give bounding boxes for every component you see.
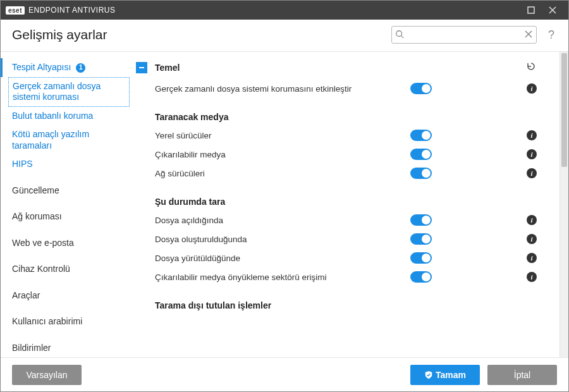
row-label: Dosya oluşturulduğunda xyxy=(155,235,410,244)
sidebar-item-malware-scans[interactable]: Kötü amaçlı yazılım taramaları xyxy=(1,125,133,155)
product-name: ENDPOINT ANTIVIRUS xyxy=(28,6,115,15)
row-scan-on-open: Dosya açıldığında i xyxy=(133,211,543,230)
sidebar-badge: 1 xyxy=(76,63,85,73)
window-close-button[interactable] xyxy=(542,1,563,20)
section-header-basic: Temel xyxy=(133,58,543,79)
toggle-scan-on-open[interactable] xyxy=(410,214,432,226)
window-maximize-button[interactable] xyxy=(520,1,542,20)
shield-icon xyxy=(424,371,433,379)
row-label: Çıkarılabilir medya önyükleme sektörü er… xyxy=(155,273,410,282)
info-icon[interactable]: i xyxy=(527,149,537,159)
sidebar-item-network-protection[interactable]: Ağ koruması xyxy=(1,207,133,226)
toggle-enable-realtime[interactable] xyxy=(410,83,432,94)
row-local-drives: Yerel sürücüler i xyxy=(133,126,543,145)
row-label: Gerçek zamanlı dosya sistemi korumasını … xyxy=(155,84,410,94)
row-scan-on-exec: Dosya yürütüldüğünde i xyxy=(133,248,543,267)
scrollbar[interactable] xyxy=(560,52,568,357)
info-icon[interactable]: i xyxy=(527,168,537,178)
svg-rect-0 xyxy=(528,7,534,13)
group-title-excluded-processes: Tarama dışı tutulan işlemler xyxy=(133,286,543,314)
sidebar-item-label: HIPS xyxy=(12,159,33,169)
sidebar-item-label: Gerçek zamanlı dosya sistemi koruması xyxy=(13,81,101,102)
sidebar-item-device-control[interactable]: Cihaz Kontrolü xyxy=(1,260,133,279)
sidebar-item-realtime-protection[interactable]: Gerçek zamanlı dosya sistemi koruması xyxy=(8,77,130,107)
sidebar-item-ui[interactable]: Kullanıcı arabirimi xyxy=(1,312,133,331)
row-removable-media: Çıkarılabilir medya i xyxy=(133,145,543,164)
sidebar-item-label: Web ve e-posta xyxy=(12,238,74,248)
page-header: Gelişmiş ayarlar ? xyxy=(1,20,568,52)
collapse-toggle[interactable] xyxy=(136,62,147,73)
page-title: Gelişmiş ayarlar xyxy=(12,27,107,42)
group-title-media: Taranacak medya xyxy=(133,98,543,126)
scrollbar-thumb[interactable] xyxy=(561,53,567,167)
revert-button[interactable] xyxy=(525,61,537,74)
titlebar: eset ENDPOINT ANTIVIRUS xyxy=(1,1,568,20)
brand-badge: eset xyxy=(6,6,25,15)
row-label: Yerel sürücüler xyxy=(155,131,410,140)
row-label: Ağ sürücüleri xyxy=(155,169,410,178)
section-title: Temel xyxy=(155,63,525,73)
footer: Varsayılan Tamam İptal xyxy=(1,357,568,391)
sidebar-item-cloud-protection[interactable]: Bulut tabanlı koruma xyxy=(1,107,133,126)
info-icon[interactable]: i xyxy=(527,130,537,140)
button-label: Varsayılan xyxy=(26,370,67,380)
sidebar: Tespit Altyapısı 1 Gerçek zamanlı dosya … xyxy=(1,52,133,357)
button-label: Tamam xyxy=(436,370,466,380)
row-label: Çıkarılabilir medya xyxy=(155,150,410,159)
sidebar-item-label: Cihaz Kontrolü xyxy=(12,264,70,274)
sidebar-item-label: Kötü amaçlı yazılım taramaları xyxy=(12,129,89,150)
group-title-scan-on: Şu durumda tara xyxy=(133,183,543,211)
sidebar-item-label: Bildirimler xyxy=(12,343,51,353)
row-network-drives: Ağ sürücüleri i xyxy=(133,164,543,183)
sidebar-item-hips[interactable]: HIPS xyxy=(1,155,133,174)
svg-point-1 xyxy=(396,31,402,37)
clear-search-icon[interactable] xyxy=(524,30,533,39)
defaults-button[interactable]: Varsayılan xyxy=(12,365,82,385)
info-icon[interactable]: i xyxy=(527,253,537,263)
search-field-wrap xyxy=(391,26,537,44)
sidebar-item-detection-engine[interactable]: Tespit Altyapısı 1 xyxy=(1,58,133,77)
button-label: İptal xyxy=(514,370,530,380)
ok-button[interactable]: Tamam xyxy=(410,365,480,385)
sidebar-item-web-email[interactable]: Web ve e-posta xyxy=(1,234,133,253)
info-icon[interactable]: i xyxy=(527,215,537,225)
sidebar-item-update[interactable]: Güncelleme xyxy=(1,181,133,200)
sidebar-item-label: Tespit Altyapısı xyxy=(12,62,71,72)
info-icon[interactable]: i xyxy=(527,83,537,94)
body: Tespit Altyapısı 1 Gerçek zamanlı dosya … xyxy=(1,52,568,357)
sidebar-item-tools[interactable]: Araçlar xyxy=(1,286,133,305)
cancel-button[interactable]: İptal xyxy=(487,365,557,385)
content-wrap: Temel Gerçek zamanlı dosya sistemi korum… xyxy=(133,52,568,357)
sidebar-item-label: Kullanıcı arabirimi xyxy=(12,316,82,326)
undo-icon xyxy=(525,61,537,72)
sidebar-item-notifications[interactable]: Bildirimler xyxy=(1,339,133,358)
row-scan-bootsector: Çıkarılabilir medya önyükleme sektörü er… xyxy=(133,267,543,286)
content-pane: Temel Gerçek zamanlı dosya sistemi korum… xyxy=(133,52,560,357)
square-icon xyxy=(527,6,535,14)
sidebar-item-label: Araçlar xyxy=(12,290,40,300)
toggle-removable-media[interactable] xyxy=(410,149,432,160)
toggle-local-drives[interactable] xyxy=(410,130,432,141)
minus-icon xyxy=(138,64,145,71)
search-icon xyxy=(395,30,404,39)
app-window: eset ENDPOINT ANTIVIRUS Gelişmiş ayarlar… xyxy=(0,0,569,392)
sidebar-item-label: Ağ koruması xyxy=(12,211,62,221)
sidebar-item-label: Bulut tabanlı koruma xyxy=(12,111,93,121)
row-label: Dosya açıldığında xyxy=(155,216,410,225)
product-title: eset ENDPOINT ANTIVIRUS xyxy=(6,6,115,15)
search-input[interactable] xyxy=(391,26,537,44)
toggle-scan-bootsector[interactable] xyxy=(410,271,432,283)
row-label: Dosya yürütüldüğünde xyxy=(155,254,410,263)
toggle-scan-on-create[interactable] xyxy=(410,233,432,245)
close-icon xyxy=(549,6,556,14)
row-enable-realtime: Gerçek zamanlı dosya sistemi korumasını … xyxy=(133,79,543,98)
sidebar-item-label: Güncelleme xyxy=(12,185,59,195)
info-icon[interactable]: i xyxy=(527,272,537,282)
toggle-network-drives[interactable] xyxy=(410,168,432,179)
toggle-scan-on-exec[interactable] xyxy=(410,252,432,264)
row-scan-on-create: Dosya oluşturulduğunda i xyxy=(133,230,543,248)
help-button[interactable]: ? xyxy=(546,28,557,42)
info-icon[interactable]: i xyxy=(527,234,537,244)
